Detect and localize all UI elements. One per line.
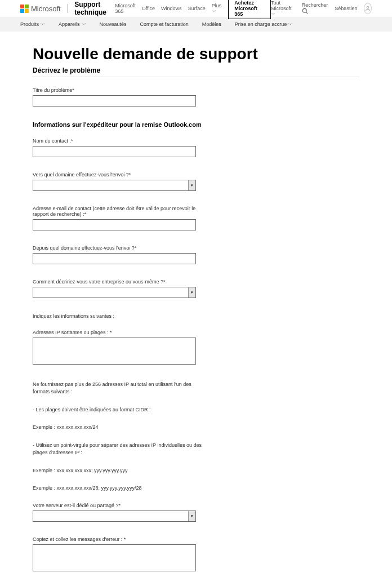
page-title: Nouvelle demande de support [33, 45, 359, 63]
top-nav-surface[interactable]: Surface [188, 6, 206, 11]
chevron-down-icon: ﹀ [41, 21, 45, 28]
chevron-down-icon: ﹀ [271, 12, 275, 17]
example-3: Exemple : xxx.xxx.xxx.xxx/28; yyy.yyy.yy… [33, 485, 202, 492]
svg-point-2 [367, 6, 369, 8]
site-title[interactable]: Support technique [74, 1, 108, 16]
example-2: Exemple : xxx.xxx.xxx.xxx; yyy.yyy.yyy.y… [33, 467, 202, 475]
person-icon [365, 6, 371, 11]
top-nav: Microsoft 365 Office Windows Surface Plu… [115, 3, 221, 15]
error-messages-textarea[interactable] [33, 544, 196, 571]
label-contact-email: Adresse e-mail de contact (cette adresse… [33, 206, 196, 217]
label-problem-title: Titre du problème* [33, 87, 196, 93]
section-sender-info: Informations sur l'expéditeur pour la re… [33, 121, 359, 128]
contact-name-input[interactable] [33, 146, 196, 157]
avatar[interactable] [364, 3, 372, 14]
microsoft-logo[interactable]: Microsoft [20, 5, 61, 13]
main-content: Nouvelle demande de support Décrivez le … [0, 32, 392, 577]
chevron-down-icon: ﹀ [288, 21, 293, 28]
label-contact-name: Nom du contact :* [33, 138, 196, 144]
top-nav-more[interactable]: Plus ﹀ [212, 3, 222, 15]
sub-nav-modeles[interactable]: Modèles [202, 21, 221, 27]
microsoft-logo-icon [20, 5, 29, 13]
ip-ranges-textarea[interactable] [33, 338, 196, 365]
section-describe-problem: Décrivez le problème [33, 66, 359, 77]
label-error-messages: Copiez et collez les messages d'erreur :… [33, 536, 196, 542]
chevron-down-icon: ﹀ [212, 9, 216, 14]
chevron-down-icon: ﹀ [82, 21, 86, 28]
note-256: Ne fournissez pas plus de 256 adresses I… [33, 381, 202, 396]
buy-m365-button[interactable]: Achetez Microsoft 365 [228, 0, 271, 19]
contact-email-input[interactable] [33, 219, 196, 230]
sub-nav-appareils[interactable]: Appareils ﹀ [59, 21, 86, 28]
note-cidr: - Les plages doivent être indiquées au f… [33, 406, 202, 414]
label-ip-ranges: Adresses IP sortantes ou plages : * [33, 330, 196, 335]
top-nav-m365[interactable]: Microsoft 365 [115, 3, 136, 14]
search-button[interactable]: Rechercher [302, 2, 328, 15]
from-domain-input[interactable] [33, 253, 196, 264]
label-server-shared: Votre serveur est-il dédié ou partagé ?* [33, 503, 196, 508]
describe-company-select[interactable] [33, 287, 196, 298]
divider [68, 4, 68, 13]
label-describe-company: Comment décririez-vous votre entreprise … [33, 279, 196, 285]
label-from-domain: Depuis quel domaine effectuez-vous l'env… [33, 245, 196, 251]
info-following-text: Indiquez les informations suivantes : [33, 313, 196, 321]
example-1: Exemple : xxx.xxx.xxx.xxx/24 [33, 424, 202, 432]
right-nav: Tout Microsoft ﹀ Rechercher Sébastien [271, 0, 372, 17]
search-icon [302, 8, 308, 14]
top-nav-windows[interactable]: Windows [161, 6, 182, 11]
note-semicolon: - Utilisez un point-virgule pour séparer… [33, 442, 202, 457]
top-nav-office[interactable]: Office [142, 6, 155, 11]
sub-nav-compte[interactable]: Compte et facturation [140, 21, 189, 27]
sub-nav-nouveautes[interactable]: Nouveautés [100, 21, 127, 27]
sub-nav-produits[interactable]: Produits ﹀ [20, 21, 45, 28]
sub-nav-support[interactable]: Prise en charge accrue ﹀ [235, 21, 293, 28]
all-microsoft-dropdown[interactable]: Tout Microsoft ﹀ [271, 0, 295, 17]
to-domain-select[interactable] [33, 180, 196, 191]
svg-point-0 [302, 8, 306, 12]
problem-title-input[interactable] [33, 95, 196, 106]
top-header: Microsoft Support technique Microsoft 36… [0, 0, 392, 17]
user-name[interactable]: Sébastien [335, 6, 357, 11]
microsoft-logo-text: Microsoft [31, 5, 61, 13]
label-to-domain: Vers quel domaine effectuez-vous l'envoi… [33, 172, 196, 177]
svg-line-1 [306, 12, 308, 14]
sub-nav: Produits ﹀ Appareils ﹀ Nouveautés Compte… [0, 17, 392, 32]
server-shared-select[interactable] [33, 511, 196, 522]
